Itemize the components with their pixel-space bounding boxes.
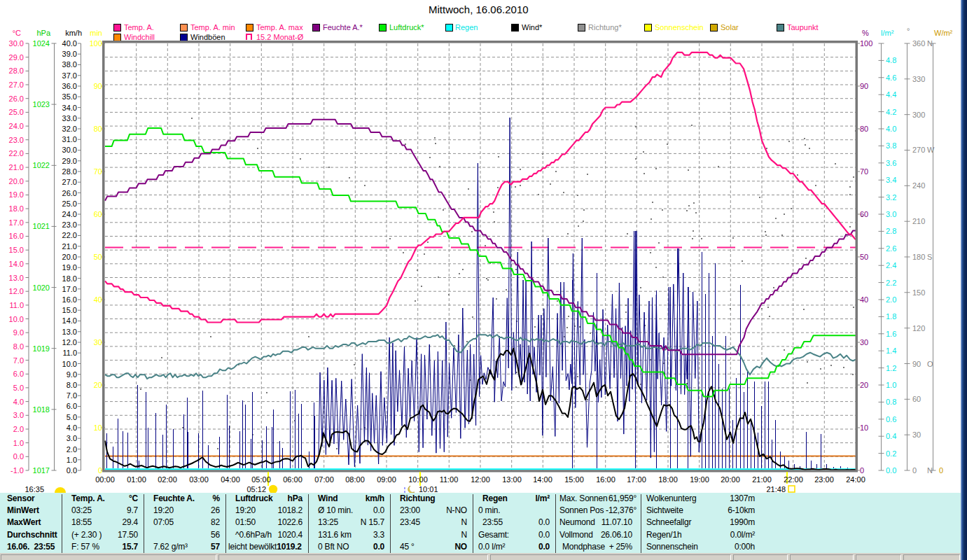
svg-text:km/h: km/h	[65, 29, 82, 37]
svg-text:3.4: 3.4	[886, 176, 896, 184]
svg-text:28.0: 28.0	[9, 66, 24, 75]
svg-text:32.0: 32.0	[62, 125, 77, 133]
svg-text:28.0: 28.0	[62, 167, 77, 176]
svg-text:1020: 1020	[33, 284, 50, 292]
svg-text:70: 70	[94, 167, 102, 176]
svg-text:20.0: 20.0	[62, 253, 77, 261]
svg-text:2.2: 2.2	[886, 279, 896, 287]
svg-text:0.2: 0.2	[886, 449, 896, 458]
svg-text:30.0: 30.0	[9, 39, 24, 48]
svg-text:39.0: 39.0	[62, 50, 77, 58]
svg-text:90: 90	[860, 82, 868, 90]
svg-text:30: 30	[912, 430, 921, 439]
svg-text:14.0: 14.0	[9, 260, 24, 268]
svg-text:24:00: 24:00	[846, 475, 865, 484]
svg-text:hPa: hPa	[36, 29, 50, 37]
svg-text:33.0: 33.0	[62, 114, 77, 122]
svg-text:240: 240	[912, 181, 925, 190]
svg-text:1024: 1024	[33, 39, 50, 48]
svg-text:S: S	[927, 253, 932, 261]
svg-text:8.0: 8.0	[67, 381, 77, 389]
svg-text:35.0: 35.0	[62, 92, 77, 101]
svg-text:01:00: 01:00	[127, 475, 146, 484]
svg-text:20.0: 20.0	[9, 177, 24, 186]
svg-text:17:00: 17:00	[627, 475, 646, 484]
svg-text:min: min	[90, 29, 102, 37]
svg-text:11:00: 11:00	[440, 475, 459, 484]
svg-text:70: 70	[860, 167, 868, 176]
svg-text:1021: 1021	[33, 222, 50, 230]
svg-text:8.0: 8.0	[13, 342, 24, 351]
svg-text:2.8: 2.8	[886, 227, 896, 235]
svg-text:1.2: 1.2	[886, 364, 896, 372]
svg-text:1022: 1022	[33, 161, 50, 169]
svg-text:23.0: 23.0	[9, 136, 24, 144]
svg-text:40: 40	[94, 295, 102, 304]
svg-text:1.0: 1.0	[886, 381, 896, 389]
svg-text:7.0: 7.0	[67, 391, 77, 400]
svg-text:0.0: 0.0	[886, 466, 896, 475]
svg-text:80: 80	[94, 125, 102, 133]
svg-text:80: 80	[860, 125, 868, 133]
svg-text:20: 20	[860, 381, 868, 389]
svg-text:6.0: 6.0	[67, 402, 77, 410]
svg-text:38.0: 38.0	[62, 60, 77, 69]
svg-text:300: 300	[912, 111, 925, 119]
svg-text:3.0: 3.0	[13, 411, 24, 419]
svg-text:4.2: 4.2	[886, 108, 896, 116]
svg-text:21.0: 21.0	[62, 242, 77, 251]
svg-text:3.8: 3.8	[886, 141, 896, 150]
svg-text:29.0: 29.0	[9, 53, 24, 62]
svg-text:40: 40	[860, 295, 868, 304]
svg-text:30.0: 30.0	[62, 146, 77, 154]
svg-text:2.6: 2.6	[886, 244, 896, 253]
svg-text:14.0: 14.0	[62, 316, 77, 325]
svg-text:06:00: 06:00	[283, 475, 302, 484]
svg-text:1.0: 1.0	[13, 439, 24, 447]
svg-text:05:00: 05:00	[251, 475, 271, 484]
svg-text:07:00: 07:00	[314, 475, 334, 484]
svg-text:22.0: 22.0	[9, 149, 24, 158]
svg-text:4.0: 4.0	[13, 398, 24, 406]
svg-text:3.0: 3.0	[886, 210, 896, 218]
svg-text:0.6: 0.6	[886, 415, 896, 424]
svg-text:10:00: 10:00	[408, 475, 428, 484]
svg-text:21.0: 21.0	[9, 163, 24, 172]
svg-text:18.0: 18.0	[62, 274, 77, 283]
svg-text:3.2: 3.2	[886, 193, 896, 202]
svg-text:12.0: 12.0	[9, 287, 24, 295]
svg-text:08:00: 08:00	[345, 475, 365, 484]
svg-text:19:00: 19:00	[690, 475, 709, 484]
svg-text:16.0: 16.0	[9, 232, 24, 240]
svg-text:19.0: 19.0	[62, 263, 77, 272]
svg-text:90: 90	[912, 360, 921, 368]
svg-text:5.0: 5.0	[13, 384, 24, 392]
svg-text:29.0: 29.0	[62, 157, 77, 165]
svg-text:0.4: 0.4	[886, 432, 896, 440]
svg-text:°: °	[907, 27, 910, 35]
svg-text:24.0: 24.0	[62, 210, 77, 218]
svg-text:3.6: 3.6	[886, 159, 896, 167]
svg-text:26.0: 26.0	[9, 94, 24, 103]
svg-text:16.0: 16.0	[62, 295, 77, 304]
svg-text:15:00: 15:00	[564, 475, 584, 484]
svg-text:20: 20	[94, 381, 102, 389]
svg-text:0: 0	[98, 466, 102, 475]
svg-text:11.0: 11.0	[9, 301, 24, 309]
svg-text:00:00: 00:00	[95, 475, 115, 484]
svg-text:4.0: 4.0	[67, 424, 77, 432]
svg-text:210: 210	[912, 217, 925, 225]
svg-text:4.6: 4.6	[886, 74, 896, 82]
svg-text:6.0: 6.0	[13, 370, 24, 378]
svg-text:12:00: 12:00	[471, 475, 490, 484]
svg-text:N: N	[927, 466, 933, 475]
svg-text:-1.0: -1.0	[11, 466, 24, 475]
svg-text:19.0: 19.0	[9, 190, 24, 199]
svg-text:10.0: 10.0	[62, 360, 77, 368]
svg-text:21:00: 21:00	[752, 475, 772, 484]
svg-text:25.0: 25.0	[62, 200, 77, 208]
svg-text:1.4: 1.4	[886, 346, 896, 355]
svg-text:°C: °C	[13, 29, 21, 37]
svg-text:N: N	[927, 39, 933, 48]
svg-text:24.0: 24.0	[9, 122, 24, 130]
